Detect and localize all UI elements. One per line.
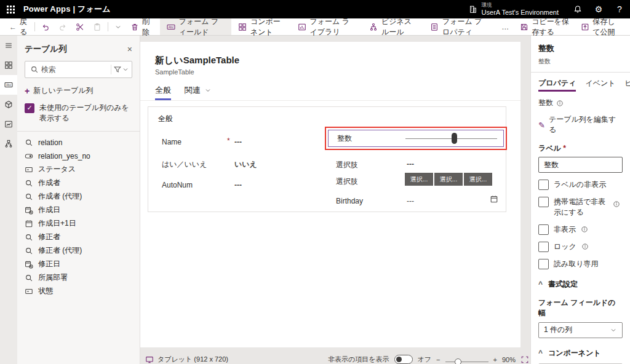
canvas-footer: タブレット (912 x 720) 非表示の項目を表示 オフ − + 90%	[145, 355, 529, 364]
undo-button[interactable]	[37, 18, 54, 35]
zoom-slider[interactable]	[445, 362, 488, 362]
field-width-dropdown[interactable]: 1 件の列	[538, 322, 623, 338]
lookup-icon	[25, 179, 33, 188]
field-value[interactable]: ---	[234, 181, 242, 189]
integer-slider[interactable]	[405, 138, 497, 139]
cut-button[interactable]	[71, 18, 89, 35]
list-item[interactable]: 修正日	[25, 258, 132, 271]
back-button[interactable]: ← 戻る	[5, 18, 33, 35]
tab-components[interactable]: コンポーネント	[231, 18, 291, 35]
tab-events[interactable]: イベント	[585, 73, 615, 92]
search-input[interactable]	[39, 65, 109, 74]
show-unused-columns-checkbox[interactable]: ✓ 未使用のテーブル列のみを表示する	[25, 103, 132, 124]
redo-button[interactable]	[54, 18, 71, 35]
toggle-state-label: オフ	[418, 355, 432, 364]
zoom-level: 90%	[502, 356, 516, 363]
zoom-in-button[interactable]: +	[493, 356, 497, 363]
list-item[interactable]: ステータス	[25, 163, 132, 176]
yesno-icon	[25, 152, 33, 160]
zoom-out-button[interactable]: −	[436, 356, 440, 363]
list-item[interactable]: 状態	[25, 285, 132, 298]
rail-business-rules-button[interactable]	[0, 134, 17, 154]
choice-button[interactable]: 選択...	[434, 173, 463, 186]
slider-thumb[interactable]	[452, 133, 457, 144]
checkbox-icon	[538, 197, 549, 207]
label-input[interactable]	[538, 157, 623, 173]
list-item[interactable]: 作成日	[25, 204, 132, 217]
readonly-checkbox[interactable]: 読み取り専用	[538, 259, 623, 269]
list-item[interactable]: 作成者 (代理)	[25, 190, 132, 204]
rail-menu-button[interactable]	[0, 36, 17, 55]
integer-slider-field[interactable]: 整数	[328, 130, 504, 147]
close-icon[interactable]: ×	[127, 45, 132, 53]
info-icon	[581, 226, 588, 233]
properties-panel: 整数 整数 プロパティ イベント ビジネス ルール 整数 ✎ テーブル列を編集す…	[530, 36, 630, 364]
tab-form-libraries[interactable]: フォーム ライブラリ	[291, 18, 362, 35]
help-button[interactable]: ?	[609, 0, 630, 18]
form-tab-general[interactable]: 全般	[155, 85, 171, 100]
checkbox-icon	[538, 224, 549, 235]
hidden-checkbox[interactable]: 非表示	[538, 224, 623, 235]
calendar-icon	[490, 195, 498, 204]
field-value[interactable]: ---	[234, 138, 242, 146]
components-section-header[interactable]: ^ コンポーネント	[538, 348, 623, 358]
abc-field-icon	[4, 81, 13, 89]
filter-icon[interactable]	[113, 65, 122, 74]
building-icon	[469, 5, 477, 14]
form-title: 新しいSampleTable	[155, 55, 520, 66]
paste-dropdown-button[interactable]	[110, 18, 126, 35]
tab-form-properties[interactable]: フォーム プロパティ	[423, 18, 495, 35]
hide-on-phone-checkbox[interactable]: 携帯電話で非表示にする	[538, 197, 623, 218]
rail-tree-view-button[interactable]	[0, 95, 17, 114]
tab-form-fields[interactable]: フォーム フィールド	[160, 18, 231, 35]
paste-button[interactable]	[89, 18, 106, 35]
checkbox-icon	[538, 259, 549, 269]
form-subtitle: SampleTable	[155, 68, 520, 76]
tab-business-rules[interactable]: ビジネス ルール	[625, 73, 630, 92]
command-bar: ← 戻る 削除 フォーム フィールド コンポーネント フォーム ライブラリ ビジ…	[0, 18, 630, 36]
format-section-header[interactable]: ^ 書式設定	[538, 279, 623, 290]
optionset-icon	[25, 287, 33, 296]
bell-icon	[573, 5, 582, 14]
tab-properties[interactable]: プロパティ	[538, 73, 576, 92]
show-hidden-toggle[interactable]	[394, 355, 413, 364]
zoom-slider-thumb[interactable]	[455, 358, 461, 364]
form-section-general[interactable]: 全般 Name * --- はい／いいえ いいえ AutoNum --- 整数	[148, 106, 506, 212]
gear-icon: ⚙	[595, 4, 603, 14]
waffle-menu-icon[interactable]	[0, 0, 21, 18]
list-item[interactable]: 所属部署	[25, 271, 132, 285]
tab-business-rules[interactable]: ビジネス ルール	[362, 18, 423, 35]
form-tab-related[interactable]: 関連	[185, 85, 212, 100]
hide-label-checkbox[interactable]: ラベルの非表示	[538, 180, 623, 190]
choice-button[interactable]: 選択...	[405, 173, 433, 186]
save-copy-button[interactable]: コピーを保存する	[516, 18, 576, 35]
notifications-button[interactable]	[567, 0, 588, 18]
save-publish-button[interactable]: 保存して公開	[576, 18, 626, 35]
lock-checkbox[interactable]: ロック	[538, 242, 623, 252]
list-item[interactable]: 作成日+1日	[25, 217, 132, 231]
plus-icon: +	[25, 87, 30, 95]
fit-to-screen-icon[interactable]	[520, 355, 529, 364]
lookup-icon	[25, 192, 33, 201]
overflow-button[interactable]: …	[495, 18, 516, 35]
device-size-selector[interactable]: タブレット (912 x 720)	[145, 355, 228, 364]
list-item[interactable]: 作成者	[25, 176, 132, 190]
list-item[interactable]: 修正者 (代理)	[25, 244, 132, 258]
list-item[interactable]: 修正者	[25, 231, 132, 244]
choice-button[interactable]: 選択...	[464, 173, 492, 186]
edit-table-column-link[interactable]: ✎ テーブル列を編集する	[538, 114, 623, 135]
rail-table-columns-button[interactable]	[0, 75, 17, 95]
delete-button[interactable]: 削除	[126, 18, 155, 35]
rail-form-libraries-button[interactable]	[0, 114, 17, 134]
field-label: はい／いいえ	[162, 159, 207, 170]
new-table-column-button[interactable]: + 新しいテーブル列	[25, 85, 132, 96]
rail-components-button[interactable]	[0, 55, 17, 75]
field-value[interactable]: ---	[407, 197, 414, 205]
chevron-down-icon[interactable]	[122, 66, 129, 73]
environment-picker[interactable]: 環境 UserA Test's Environment	[460, 0, 567, 18]
list-item[interactable]: relation_yes_no	[25, 149, 132, 163]
field-value[interactable]: ---	[407, 160, 414, 168]
field-value[interactable]: いいえ	[234, 159, 257, 170]
settings-button[interactable]: ⚙	[588, 0, 609, 18]
list-item[interactable]: relation	[25, 136, 132, 149]
